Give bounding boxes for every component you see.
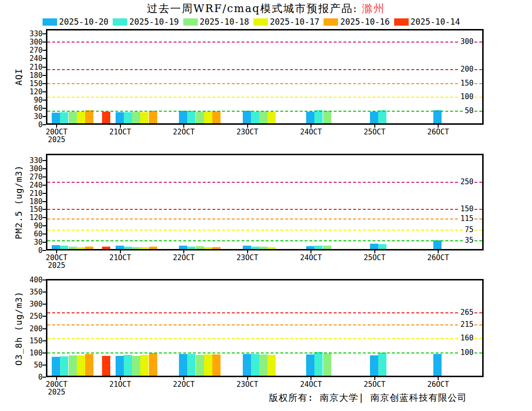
legend-item: 2025-10-17 <box>253 17 319 27</box>
bar <box>196 112 204 123</box>
x-tick-label: 25OCT <box>355 128 394 136</box>
y-tick-label: 150 <box>19 205 43 214</box>
y-tick-label: 250 <box>19 312 43 321</box>
bar <box>370 355 378 376</box>
bar <box>132 112 140 123</box>
bar <box>77 112 85 123</box>
y-tick-label: 60 <box>19 104 43 113</box>
x-tick-label: 26OCT <box>419 128 458 136</box>
bar <box>306 354 314 376</box>
legend-label: 2025-10-20 <box>59 17 108 27</box>
legend: 2025-10-202025-10-192025-10-182025-10-17… <box>43 17 460 27</box>
bar <box>267 112 276 123</box>
y-tick-mark <box>43 67 46 68</box>
y-tick-label: 30 <box>19 112 43 121</box>
bar <box>179 246 187 249</box>
threshold-label: 100 <box>459 348 474 357</box>
x-tick-label: 23OCT <box>228 254 267 262</box>
bar <box>433 354 442 376</box>
bar <box>77 355 85 376</box>
legend-item: 2025-10-14 <box>394 17 460 27</box>
y-tick-mark <box>43 58 46 59</box>
threshold-label: 150 <box>459 205 474 213</box>
chart-title: 过去一周WRF/cmaq模式城市预报产品: 滁州 <box>0 1 532 16</box>
bar <box>102 247 110 249</box>
threshold-line <box>47 338 482 339</box>
threshold-line <box>47 240 482 241</box>
y-tick-mark <box>43 185 46 186</box>
threshold-label: 50 <box>464 106 474 115</box>
y-tick-label: 240 <box>19 181 43 190</box>
y-tick-label: 210 <box>19 189 43 198</box>
bar <box>267 247 276 249</box>
bar <box>370 112 378 123</box>
y-tick-label: 30 <box>19 238 43 247</box>
bar <box>259 354 267 376</box>
bar <box>251 247 259 249</box>
legend-color-swatch <box>324 18 338 26</box>
bar <box>85 247 93 249</box>
bar <box>132 247 140 249</box>
threshold-label: 160 <box>459 334 474 342</box>
threshold-line <box>47 230 482 231</box>
y-tick-mark <box>43 168 46 169</box>
x-tick-label: 25OCT <box>355 254 394 262</box>
bar <box>259 111 267 123</box>
y-tick-mark <box>43 42 46 43</box>
threshold-label: 115 <box>459 214 474 223</box>
x-tick-label: 24OCT <box>292 254 330 262</box>
threshold-label: 150 <box>459 79 474 88</box>
forecast-chart: 过去一周WRF/cmaq模式城市预报产品: 滁州 2025-10-202025-… <box>0 0 532 411</box>
threshold-line <box>47 97 482 98</box>
bar <box>267 355 276 376</box>
legend-item: 2025-10-19 <box>113 17 178 27</box>
y-tick-mark <box>43 108 46 109</box>
legend-color-swatch <box>253 18 268 26</box>
bar <box>259 247 267 249</box>
y-tick-mark <box>43 50 46 51</box>
legend-color-swatch <box>183 18 198 26</box>
legend-label: 2025-10-17 <box>270 17 319 27</box>
y-tick-mark <box>43 193 46 194</box>
x-tick-label: 21OCT <box>101 381 140 388</box>
y-tick-label: 150 <box>19 337 43 345</box>
bar <box>196 355 204 376</box>
bar <box>204 111 212 123</box>
x-year-label: 2025 <box>37 262 76 269</box>
bar <box>132 356 140 376</box>
bar <box>149 111 157 123</box>
bar <box>52 245 60 249</box>
x-tick-label: 22OCT <box>164 128 203 136</box>
y-tick-mark <box>43 304 46 305</box>
y-tick-mark <box>43 100 46 101</box>
y-tick-mark <box>43 234 46 235</box>
y-tick-label: 60 <box>19 230 43 238</box>
x-tick-label: 21OCT <box>101 254 140 262</box>
legend-item: 2025-10-20 <box>43 17 108 27</box>
bar <box>306 246 314 249</box>
y-tick-mark <box>43 328 46 329</box>
threshold-line <box>47 42 482 43</box>
y-tick-mark <box>43 160 46 161</box>
legend-item: 2025-10-16 <box>324 17 389 27</box>
y-tick-mark <box>43 91 46 92</box>
threshold-label: 250 <box>459 177 474 186</box>
bar <box>85 354 93 376</box>
bar <box>251 112 259 123</box>
bar <box>196 246 204 249</box>
bar <box>323 111 331 123</box>
x-year-label: 2025 <box>37 136 76 144</box>
x-tick-label: 26OCT <box>419 254 458 262</box>
bar <box>140 112 148 123</box>
y-tick-label: 240 <box>19 54 43 63</box>
bar <box>212 247 221 249</box>
y-tick-label: 150 <box>19 79 43 88</box>
y-tick-label: 90 <box>19 96 43 104</box>
x-tick-label: 23OCT <box>228 381 267 388</box>
bar <box>85 110 93 123</box>
threshold-label: 75 <box>464 225 474 234</box>
bar <box>187 247 195 249</box>
bar <box>251 354 259 376</box>
x-tick-label: 22OCT <box>164 254 203 262</box>
bar <box>102 112 110 123</box>
